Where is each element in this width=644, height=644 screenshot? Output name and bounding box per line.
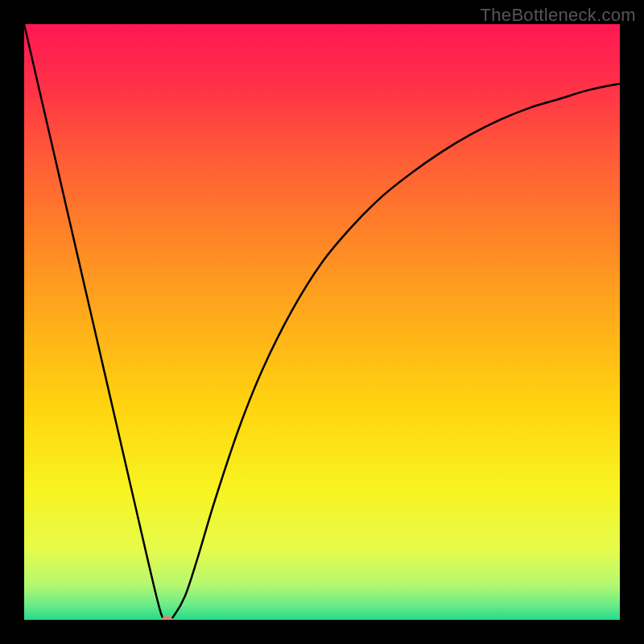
watermark-text: TheBottleneck.com	[481, 5, 636, 26]
gradient-background	[24, 24, 620, 620]
chart-frame	[24, 24, 620, 620]
chart-canvas	[24, 24, 620, 620]
